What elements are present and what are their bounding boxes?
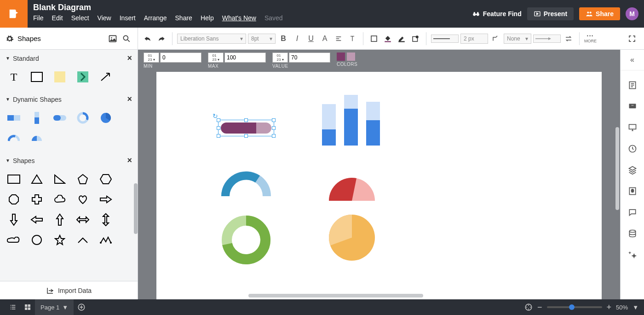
comments-icon[interactable]: "" [626,100,639,113]
font-select[interactable]: Liberation Sans▾ [177,34,246,44]
arrow-style-select[interactable] [533,35,561,43]
line-shape-button[interactable] [490,33,502,45]
shape-arc[interactable] [221,171,271,198]
resize-handle[interactable] [217,118,220,122]
resize-handle[interactable] [272,134,276,138]
grid-view-button[interactable] [20,299,35,315]
import-data-button[interactable]: Import Data [0,281,138,299]
chat-icon[interactable] [626,206,639,219]
dyn-pie[interactable] [98,111,113,125]
cross-shape[interactable] [29,192,44,207]
value-mode-toggle[interactable]: 0123 ▾ [272,52,288,63]
theme-icon[interactable] [626,185,639,198]
color-swatch-1[interactable] [337,52,345,61]
sidebar-scrollbar[interactable] [134,183,138,234]
shape-style-button[interactable] [409,33,421,45]
feature-find-button[interactable]: Feature Find [472,10,522,18]
resize-handle[interactable] [217,134,220,138]
underline-button[interactable]: U [305,33,317,45]
max-input[interactable] [224,52,266,63]
octagon-shape[interactable] [6,192,21,207]
close-icon[interactable]: × [127,53,132,63]
align-button[interactable] [333,33,345,45]
text-color-button[interactable]: A [319,33,331,45]
color-swatch-2[interactable] [347,52,355,61]
menu-select[interactable]: Select [71,14,89,22]
right-triangle-shape[interactable] [52,172,67,187]
dyn-pill[interactable] [52,111,67,125]
block-shape[interactable] [29,70,44,84]
heart-shape[interactable] [75,192,90,207]
dyn-arc[interactable] [6,131,21,146]
zoom-in-button[interactable]: + [607,303,612,312]
shape-gauge[interactable] [327,175,377,202]
selected-shape-progress-pill[interactable]: ↻ [221,122,271,134]
stroke-width-select[interactable]: 2 px [460,34,488,44]
star-shape[interactable] [52,233,67,247]
outline-view-button[interactable] [6,299,20,315]
canvas-h-scrollbar[interactable] [248,294,423,298]
menu-edit[interactable]: Edit [52,14,63,22]
close-icon[interactable]: × [127,94,132,104]
image-icon[interactable] [107,33,118,44]
arrow-shape[interactable] [98,70,113,84]
user-avatar[interactable]: M [626,7,638,20]
bold-button[interactable]: B [277,33,289,45]
resize-handle[interactable] [217,126,220,130]
arrow-lr-shape[interactable] [75,212,90,227]
text-shape[interactable]: T [6,70,21,84]
shape-pie[interactable] [327,212,377,263]
history-icon[interactable] [626,142,639,155]
redo-button[interactable] [155,33,167,45]
hotspot-shape[interactable] [75,70,90,84]
max-mode-toggle[interactable]: 0123 ▾ [208,52,224,63]
panel-shapes-header[interactable]: ▼Shapes × [0,152,138,169]
cloud-flat-shape[interactable] [6,233,21,247]
text-style-button[interactable] [346,33,358,45]
min-input[interactable] [160,52,201,63]
present-icon[interactable] [626,121,639,134]
shape-donut[interactable] [221,215,271,265]
menu-share[interactable]: Share [175,14,192,22]
polyline-shape[interactable] [98,233,113,247]
dyn-gauge[interactable] [29,131,44,146]
value-input[interactable] [289,52,330,63]
zoom-level[interactable]: 50% [616,304,628,311]
swap-ends-button[interactable] [563,33,575,45]
border-color-button[interactable] [396,33,408,45]
resize-handle[interactable] [244,134,248,138]
shape-bars[interactable] [322,95,380,146]
zoom-slider[interactable] [547,306,602,308]
resize-handle[interactable] [272,126,276,130]
collapse-rail-button[interactable]: « [626,53,639,66]
triangle-shape[interactable] [29,172,44,187]
italic-button[interactable]: I [291,33,303,45]
undo-button[interactable] [142,33,154,45]
resize-handle[interactable] [244,118,248,122]
arrow-ud-shape[interactable] [98,212,113,227]
zoom-out-button[interactable]: − [537,303,542,312]
layers-icon[interactable] [626,163,639,176]
menu-insert[interactable]: Insert [120,14,136,22]
add-page-button[interactable] [74,299,89,315]
app-logo[interactable] [0,0,28,28]
present-button[interactable]: Present [527,7,574,20]
share-button[interactable]: Share [579,7,620,20]
arrow-left-shape[interactable] [29,212,44,227]
circle-shape[interactable] [29,233,44,247]
menu-arrange[interactable]: Arrange [144,14,167,22]
notes-icon[interactable] [626,79,639,92]
up-chevron-shape[interactable] [75,233,90,247]
line-type-select[interactable]: None▾ [504,34,531,44]
arrow-down-shape[interactable] [6,212,21,227]
min-mode-toggle[interactable]: 0123 ▾ [144,52,159,63]
target-icon[interactable] [524,303,533,311]
data-icon[interactable] [626,227,639,240]
line-style-icon[interactable] [431,35,454,42]
arrow-right-shape[interactable] [98,192,113,207]
search-icon[interactable] [121,33,132,44]
rect-shape[interactable] [6,172,21,187]
font-size-select[interactable]: 8pt▾ [248,34,276,44]
arrow-up-shape[interactable] [52,212,67,227]
panel-dynamic-header[interactable]: ▼Dynamic Shapes × [0,91,138,108]
